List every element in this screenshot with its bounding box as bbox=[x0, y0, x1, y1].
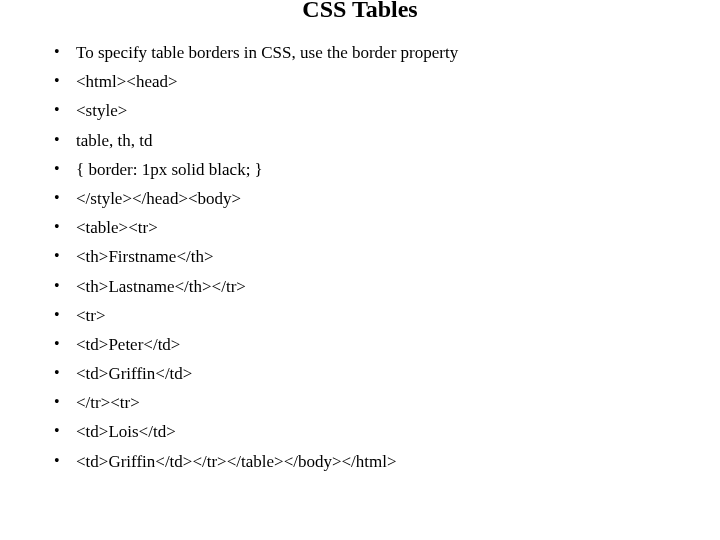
list-item: { border: 1px solid black; } bbox=[50, 156, 680, 183]
list-item: <td>Lois</td> bbox=[50, 418, 680, 445]
list-item: <style> bbox=[50, 97, 680, 124]
list-item: <th>Firstname</th> bbox=[50, 243, 680, 270]
list-item: <td>Peter</td> bbox=[50, 331, 680, 358]
list-item: <html><head> bbox=[50, 68, 680, 95]
list-item: <td>Griffin</td></tr></table></body></ht… bbox=[50, 448, 680, 475]
list-item: <th>Lastname</th></tr> bbox=[50, 273, 680, 300]
bullet-list: To specify table borders in CSS, use the… bbox=[40, 39, 680, 475]
list-item: <table><tr> bbox=[50, 214, 680, 241]
list-item: <tr> bbox=[50, 302, 680, 329]
slide: CSS Tables To specify table borders in C… bbox=[0, 0, 720, 540]
list-item: </style></head><body> bbox=[50, 185, 680, 212]
list-item: To specify table borders in CSS, use the… bbox=[50, 39, 680, 66]
list-item: <td>Griffin</td> bbox=[50, 360, 680, 387]
slide-title: CSS Tables bbox=[40, 0, 680, 23]
list-item: table, th, td bbox=[50, 127, 680, 154]
list-item: </tr><tr> bbox=[50, 389, 680, 416]
